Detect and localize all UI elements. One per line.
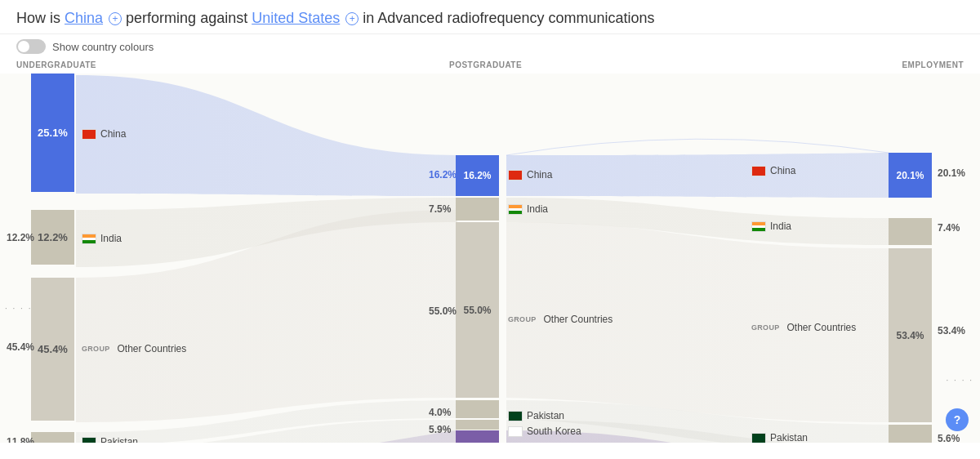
help-button[interactable]: ? <box>946 408 969 431</box>
em-pakistan-label: Pakistan <box>751 432 808 443</box>
ug-other-pct: 45.4% <box>7 341 34 353</box>
pg-southkorea-bar <box>456 420 499 430</box>
country1-add-btn[interactable]: + <box>109 12 122 25</box>
undergrad-label: UNDERGRADUATE <box>16 60 96 69</box>
pakistan-flag-em <box>751 433 766 443</box>
pg-india-bar <box>456 198 499 221</box>
pg-other-label: GROUP Other Countries <box>508 314 612 325</box>
pg-other-pct: 55.0% <box>429 305 457 317</box>
header-middle2: in <box>363 10 374 26</box>
ug-china-bar: 25.1% <box>31 74 74 192</box>
right-dots: · · · · <box>947 376 973 385</box>
pg-pakistan-label: Pakistan <box>508 410 564 421</box>
header-prefix: How is <box>16 10 60 26</box>
em-pakistan-pct: 5.6% <box>938 433 960 443</box>
ug-pakistan-label: Pakistan <box>82 436 138 443</box>
show-colours-toggle[interactable] <box>16 39 46 54</box>
em-other-pct: 53.4% <box>938 325 965 336</box>
pg-china-label: China <box>508 169 552 180</box>
pg-southkorea-pct: 5.9% <box>429 424 451 435</box>
pg-china-bar: 16.2% <box>456 155 499 196</box>
ug-china-label: China <box>82 128 126 140</box>
chart-area: UNDERGRADUATE POSTGRADUATE EMPLOYMENT <box>0 59 980 443</box>
india-flag-em <box>751 221 766 232</box>
em-pakistan-bar <box>889 425 932 443</box>
china-flag-em <box>751 166 766 176</box>
em-other-label: GROUP Other Countries <box>751 322 856 333</box>
em-india-pct: 7.4% <box>938 222 960 234</box>
pakistan-flag-pg <box>508 411 523 421</box>
india-flag-pg <box>508 204 523 215</box>
pg-china-pct: 16.2% <box>429 169 457 180</box>
sk-flag-pg <box>508 426 523 437</box>
pg-india-label: India <box>508 203 548 215</box>
ug-pakistan-pct: 11.8% <box>7 436 34 443</box>
pg-india-pct: 7.5% <box>429 203 451 215</box>
employment-label: EMPLOYMENT <box>902 60 964 69</box>
china-flag-pg <box>508 170 523 180</box>
em-china-label: China <box>751 165 795 176</box>
country1-link[interactable]: China <box>65 10 103 26</box>
header-middle1: performing against <box>126 10 247 26</box>
pg-southkorea-label: South Korea <box>508 426 581 437</box>
pakistan-flag-ug <box>82 437 96 443</box>
toggle-row: Show country colours <box>0 34 980 59</box>
em-india-bar <box>889 218 932 245</box>
toggle-label: Show country colours <box>52 41 154 53</box>
india-flag-ug <box>82 234 96 244</box>
em-other-bar: 53.4% <box>889 248 932 422</box>
header-topic: Advanced radiofrequency communications <box>377 10 654 26</box>
ug-other-label: GROUP Other Countries <box>82 343 186 354</box>
ug-india-bar: 12.2% <box>31 210 74 265</box>
left-dots: · · · · <box>5 304 32 313</box>
country2-add-btn[interactable]: + <box>345 12 359 25</box>
china-flag-ug <box>82 129 96 140</box>
ug-other-bar: 45.4% <box>31 278 74 421</box>
ug-india-pct: 12.2% <box>7 232 34 243</box>
ug-india-label: India <box>82 233 122 244</box>
em-india-label: India <box>751 221 791 232</box>
pg-pakistan-bar <box>456 400 499 418</box>
country2-link[interactable]: United States <box>252 10 340 26</box>
pg-pakistan-pct: 4.0% <box>429 407 451 418</box>
pg-us-bar: 11.5% <box>456 430 499 443</box>
postgrad-label: POSTGRADUATE <box>449 60 522 69</box>
pg-other-bar: 55.0% <box>456 222 499 398</box>
em-china-pct: 20.1% <box>938 167 965 179</box>
ug-pakistan-bar <box>31 432 74 443</box>
em-china-bar: 20.1% <box>889 153 932 198</box>
page-header: How is China + performing against United… <box>0 0 980 34</box>
